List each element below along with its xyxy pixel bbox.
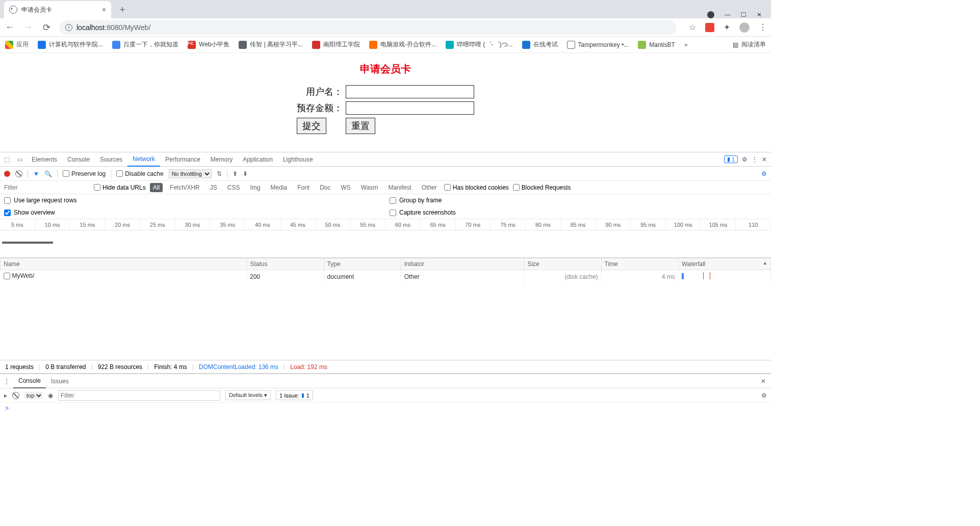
extension-icon[interactable] (705, 23, 714, 32)
group-by-frame-checkbox[interactable] (390, 197, 396, 204)
filter-chip[interactable]: CSS (224, 183, 243, 192)
drawer-tab-issues[interactable]: Issues (46, 374, 74, 388)
tab-sources[interactable]: Sources (95, 152, 127, 167)
drawer-menu-icon[interactable]: ⋮ (0, 378, 13, 385)
issues-badge[interactable]: ▮ 1 (724, 155, 738, 163)
clear-console-icon[interactable] (12, 392, 19, 399)
filter-chip[interactable]: JS (207, 183, 220, 192)
bookmark-item[interactable]: 南阳理工学院 (312, 40, 360, 49)
capture-screenshots-checkbox[interactable] (390, 209, 396, 216)
filter-chip[interactable]: Fetch/XHR (167, 183, 203, 192)
log-levels-select[interactable]: Default levels ▾ (225, 390, 271, 400)
balance-input[interactable] (346, 101, 474, 115)
reload-button[interactable]: ⟳ (41, 22, 52, 33)
context-select[interactable]: top (24, 392, 43, 399)
show-overview-checkbox[interactable] (4, 209, 11, 216)
filter-icon[interactable]: ▼ (33, 170, 39, 177)
throttling-select[interactable]: No throttling (169, 169, 212, 178)
filter-chip-all[interactable]: All (150, 183, 163, 192)
minimize-icon[interactable]: — (725, 11, 731, 18)
filter-input[interactable] (3, 183, 90, 192)
has-blocked-cookies[interactable]: Has blocked cookies (444, 184, 509, 191)
col-status[interactable]: Status (247, 258, 324, 270)
account-icon[interactable] (707, 11, 714, 18)
tab-console[interactable]: Console (62, 152, 95, 167)
bookmarks-overflow[interactable]: » (684, 41, 688, 48)
filter-chip[interactable]: WS (338, 183, 354, 192)
filter-chip[interactable]: Doc (317, 183, 333, 192)
tab-application[interactable]: Application (238, 152, 278, 167)
submit-button[interactable]: 提交 (297, 118, 326, 134)
row-checkbox[interactable] (4, 273, 10, 279)
hide-data-urls[interactable]: Hide data URLs (94, 184, 146, 191)
large-rows-checkbox[interactable] (4, 197, 11, 204)
site-info-icon[interactable]: i (65, 24, 72, 31)
star-icon[interactable]: ☆ (689, 22, 696, 32)
filter-chip[interactable]: Media (267, 183, 290, 192)
apps-button[interactable]: 应用 (5, 40, 29, 49)
address-bar[interactable]: i localhost:8080/MyWeb/ (59, 20, 677, 35)
tab-network[interactable]: Network (127, 152, 160, 167)
bookmark-item[interactable]: FCWeb小甲鱼 (188, 40, 229, 49)
inspect-icon[interactable]: ⬚ (0, 156, 13, 163)
tab-lighthouse[interactable]: Lighthouse (278, 152, 318, 167)
console-prompt[interactable]: > (0, 403, 771, 414)
timeline-overview[interactable]: 5 ms10 ms15 ms20 ms25 ms30 ms35 ms40 ms4… (0, 219, 771, 258)
more-icon[interactable]: ⋮ (752, 156, 758, 163)
console-filter-input[interactable] (58, 390, 220, 401)
tab-performance[interactable]: Performance (160, 152, 205, 167)
bookmark-item[interactable]: 哔哩哔哩 (゜-゜)つ... (446, 40, 512, 49)
export-har-icon[interactable]: ⬇ (243, 170, 248, 177)
bookmark-item[interactable]: Tampermonkey •... (567, 41, 629, 49)
filter-chip[interactable]: Wasm (358, 183, 381, 192)
close-tab-icon[interactable]: × (102, 6, 106, 14)
reading-list-button[interactable]: ▤阅读清单 (733, 40, 766, 49)
live-expression-icon[interactable]: ◉ (48, 392, 53, 399)
extensions-puzzle-icon[interactable]: ✦ (724, 22, 730, 32)
bookmark-item[interactable]: 传智 | 高校学习平... (239, 40, 303, 49)
chrome-menu-icon[interactable]: ⋮ (759, 22, 767, 32)
username-input[interactable] (346, 85, 474, 98)
settings-icon[interactable]: ⚙ (742, 156, 747, 163)
new-tab-button[interactable]: + (115, 3, 130, 17)
bookmark-item[interactable]: 百度一下，你就知道 (112, 40, 178, 49)
back-button[interactable]: ← (4, 22, 15, 33)
reset-button[interactable]: 重置 (346, 118, 375, 134)
filter-chip[interactable]: Img (247, 183, 263, 192)
preserve-log-checkbox[interactable]: Preserve log (63, 170, 106, 177)
filter-chip[interactable]: Other (419, 183, 440, 192)
tab-memory[interactable]: Memory (205, 152, 238, 167)
console-sidebar-icon[interactable]: ▸ (4, 392, 7, 399)
network-settings-icon[interactable]: ⚙ (761, 170, 767, 177)
maximize-icon[interactable]: ☐ (741, 11, 746, 18)
console-issues-badge[interactable]: 1 Issue: ▮1 (276, 390, 313, 400)
import-har-icon[interactable]: ⬆ (233, 170, 238, 177)
console-settings-icon[interactable]: ⚙ (761, 392, 767, 399)
close-window-icon[interactable]: ✕ (757, 11, 762, 18)
col-name[interactable]: Name (1, 258, 247, 270)
device-icon[interactable]: ▭ (13, 156, 27, 163)
drawer-close-icon[interactable]: ✕ (761, 378, 771, 385)
clear-icon[interactable] (15, 170, 22, 177)
col-type[interactable]: Type (324, 258, 401, 270)
network-conditions-icon[interactable]: ⇅ (217, 170, 222, 177)
bookmark-item[interactable]: 计算机与软件学院... (38, 40, 103, 49)
col-initiator[interactable]: Initiator (401, 258, 524, 270)
col-size[interactable]: Size (524, 258, 601, 270)
col-time[interactable]: Time (601, 258, 678, 270)
filter-chip[interactable]: Manifest (385, 183, 414, 192)
filter-chip[interactable]: Font (294, 183, 313, 192)
profile-avatar-icon[interactable] (739, 22, 750, 33)
drawer-tab-console[interactable]: Console (13, 374, 46, 388)
search-icon[interactable]: 🔍 (44, 170, 52, 177)
bookmark-item[interactable]: 电脑游戏-乔合软件... (369, 40, 436, 49)
forward-button[interactable]: → (22, 22, 34, 33)
col-waterfall[interactable]: Waterfall▲ (678, 258, 770, 270)
bookmark-item[interactable]: 在线考试 (522, 40, 558, 49)
blocked-requests[interactable]: Blocked Requests (513, 184, 571, 191)
close-devtools-icon[interactable]: ✕ (762, 156, 767, 163)
request-row[interactable]: MyWeb/ 200 document Other (disk cache) 4… (1, 270, 771, 283)
bookmark-item[interactable]: MantisBT (638, 41, 675, 49)
browser-tab[interactable]: 申请会员卡 × (4, 1, 111, 18)
record-button[interactable] (4, 171, 10, 177)
